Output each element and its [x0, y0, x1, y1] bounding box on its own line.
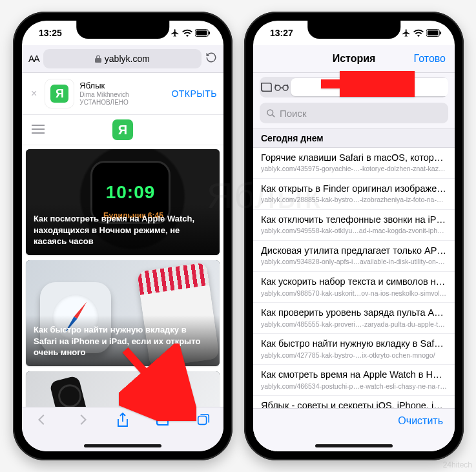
svg-rect-1 [196, 30, 207, 35]
section-header: Сегодня днем [253, 128, 455, 148]
wifi-icon [413, 29, 424, 37]
status-time: 13:27 [270, 28, 293, 38]
url-host: yablyk.com [105, 54, 150, 64]
battery-icon [195, 29, 211, 37]
site-logo[interactable]: Я [112, 119, 133, 140]
segment-bookmarks[interactable] [260, 77, 274, 97]
status-time: 13:25 [39, 28, 62, 38]
banner-app-title: Яблык [79, 81, 171, 91]
status-icons [402, 28, 442, 37]
search-placeholder: Поиск [280, 108, 307, 119]
app-icon: Я [45, 79, 74, 108]
corner-watermark: 24hitech [443, 460, 472, 469]
airplane-icon [171, 28, 180, 37]
page-title: История [333, 53, 376, 65]
home-indicator [315, 444, 393, 447]
article-card[interactable]: 10:09 Будильник 6:45 Как посмотреть врем… [26, 149, 220, 255]
banner-app-author: Dima Mikhnevich [79, 91, 171, 99]
glasses-icon [274, 83, 289, 92]
svg-point-11 [267, 109, 273, 115]
address-field[interactable]: yablyk.com [43, 49, 202, 68]
bookmarks-button[interactable] [150, 413, 176, 427]
tabs-button[interactable] [191, 413, 216, 427]
history-row[interactable]: Как отключить телефонные звонки на iPad … [253, 210, 455, 241]
home-indicator [84, 444, 161, 447]
share-button[interactable] [110, 413, 136, 428]
text-size-control[interactable]: AA [28, 54, 39, 64]
url-bar: AA yablyk.com [22, 45, 223, 73]
article-title: Как посмотреть время на Apple Watch, нах… [26, 204, 220, 255]
navbar: История Готово [253, 45, 455, 73]
clear-button[interactable]: Очистить [398, 415, 443, 427]
svg-rect-3 [198, 416, 207, 425]
segment-reading-list[interactable] [274, 77, 289, 97]
battery-icon [426, 29, 442, 37]
article-title: Как быстро найти нужную вкладку в Safari… [26, 315, 220, 366]
site-header: Я [22, 115, 223, 145]
lock-icon [95, 55, 101, 63]
search-icon [266, 108, 276, 118]
clock-icon [291, 81, 448, 93]
book-icon [260, 81, 274, 93]
svg-rect-7 [440, 32, 441, 35]
history-row[interactable]: Как открыть в Finder оригинал изображени… [253, 179, 455, 210]
history-row[interactable]: Горячие клавиши Safari в macOS, которые … [253, 148, 455, 179]
banner-installed: УСТАНОВЛЕНО [79, 99, 171, 107]
feed: 10:09 Будильник 6:45 Как посмотреть врем… [22, 149, 223, 429]
svg-rect-6 [428, 30, 439, 35]
reload-button[interactable] [205, 52, 217, 66]
smart-app-banner: × Я Яблык Dima Mikhnevich УСТАНОВЛЕНО ОТ… [22, 73, 223, 115]
history-row[interactable]: Как ускорить набор текста и символов на … [253, 272, 455, 303]
banner-open-button[interactable]: ОТКРЫТЬ [171, 88, 217, 99]
history-row[interactable]: Как быстро найти нужную вкладку в Safari… [253, 334, 455, 365]
history-list: Горячие клавиши Safari в macOS, которые … [253, 148, 455, 417]
menu-icon[interactable] [31, 123, 45, 138]
wifi-icon [182, 29, 192, 37]
status-icons [171, 28, 211, 37]
history-row[interactable]: Как проверить уровень заряда пульта Appl… [253, 303, 455, 334]
banner-close[interactable]: × [28, 88, 39, 99]
search-input[interactable]: Поиск [260, 103, 448, 123]
forward-button[interactable] [70, 413, 96, 427]
segmented-control [260, 77, 448, 97]
svg-rect-2 [209, 32, 210, 35]
airplane-icon [402, 28, 411, 37]
history-row[interactable]: Как смотреть время на Apple Watch в Ночн… [253, 365, 455, 396]
done-button[interactable]: Готово [414, 53, 446, 65]
segment-history[interactable] [291, 78, 448, 96]
back-button[interactable] [29, 413, 55, 427]
article-card[interactable]: Как быстро найти нужную вкладку в Safari… [26, 260, 220, 366]
history-row[interactable]: Дисковая утилита предлагает только APFS … [253, 241, 455, 272]
